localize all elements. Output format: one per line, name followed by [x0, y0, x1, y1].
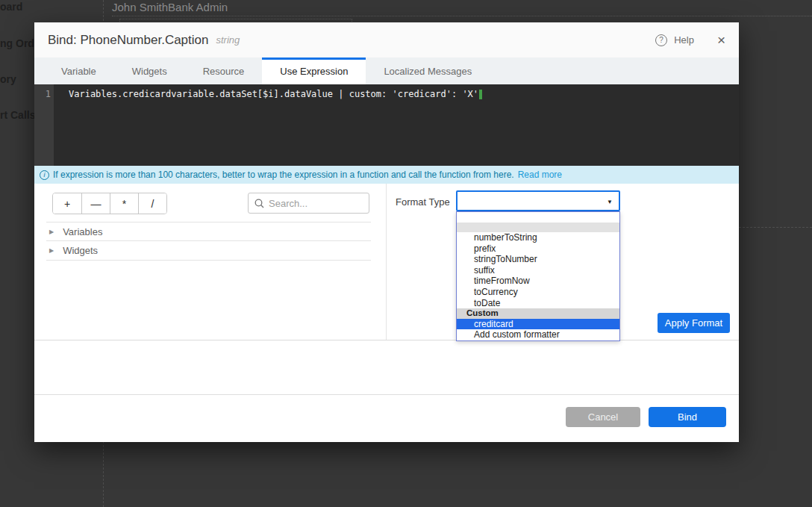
- dropdown-option-add-custom-formatter[interactable]: Add custom formatter: [457, 329, 619, 340]
- dropdown-option-toCurrency[interactable]: toCurrency: [457, 287, 619, 298]
- tree-node-variables[interactable]: ▶ Variables: [46, 222, 371, 241]
- info-banner: i If expression is more than 100 charact…: [34, 166, 739, 184]
- expression-editor[interactable]: 1 Variables.credicardvariable.dataSet[$i…: [34, 84, 739, 166]
- editor-line-number: 1: [34, 89, 51, 99]
- dialog-tabs: Variable Widgets Resource Use Expression…: [34, 57, 739, 84]
- tab-variable[interactable]: Variable: [43, 57, 114, 84]
- footer-divider: [34, 394, 739, 395]
- editor-cursor: [479, 90, 482, 99]
- help-icon[interactable]: ?: [655, 34, 667, 46]
- tree-node-label: Variables: [63, 226, 102, 237]
- minus-operator-button[interactable]: —: [81, 193, 110, 214]
- dropdown-option-creditcard[interactable]: creditcard: [457, 319, 619, 330]
- tree-node-label: Widgets: [63, 245, 98, 256]
- tab-localized-messages[interactable]: Localized Messages: [366, 57, 490, 84]
- plus-operator-button[interactable]: +: [53, 193, 81, 214]
- read-more-link[interactable]: Read more: [518, 169, 562, 180]
- apply-format-button[interactable]: Apply Format: [658, 313, 730, 333]
- tree-node-widgets[interactable]: ▶ Widgets: [46, 241, 371, 261]
- sidebar-item-fragment: rt Calls: [0, 109, 35, 121]
- editor-code-text: Variables.credicardvariable.dataSet[$i].…: [69, 89, 478, 99]
- dropdown-option-prefix[interactable]: prefix: [457, 243, 619, 255]
- dialog-type-label: string: [216, 34, 240, 46]
- background-dotted-line: [112, 16, 812, 16]
- info-banner-text: If expression is more than 100 character…: [53, 169, 514, 180]
- background-dashed-line-right: [739, 227, 812, 228]
- search-box[interactable]: [248, 193, 369, 214]
- search-icon: [254, 199, 264, 208]
- help-button[interactable]: Help: [674, 34, 694, 46]
- close-icon[interactable]: ×: [717, 33, 725, 47]
- format-type-dropdown: numberToString prefix stringToNumber suf…: [456, 211, 620, 341]
- sidebar-item-fragment: oard: [0, 1, 22, 13]
- bind-button[interactable]: Bind: [649, 407, 726, 427]
- dialog-header: Bind: PhoneNumber.Caption string ? Help …: [34, 22, 739, 57]
- sidebar-item-fragment: ory: [0, 73, 16, 85]
- chevron-right-icon[interactable]: ▶: [49, 247, 54, 254]
- multiply-operator-button[interactable]: *: [110, 193, 138, 214]
- cancel-button[interactable]: Cancel: [566, 407, 640, 427]
- operator-toolbar: + — * /: [52, 193, 167, 214]
- dropdown-group-custom: Custom: [457, 308, 619, 319]
- tab-use-expression[interactable]: Use Expression: [262, 57, 366, 84]
- chevron-right-icon[interactable]: ▶: [49, 228, 54, 235]
- expression-tree: ▶ Variables ▶ Widgets: [46, 222, 371, 261]
- dropdown-empty-option[interactable]: [457, 212, 619, 223]
- dropdown-option-stringToNumber[interactable]: stringToNumber: [457, 254, 619, 265]
- dropdown-option-toDate[interactable]: toDate: [457, 298, 619, 309]
- bind-dialog: Bind: PhoneNumber.Caption string ? Help …: [34, 22, 739, 442]
- dialog-title: Bind: PhoneNumber.Caption: [48, 33, 208, 48]
- tab-resource[interactable]: Resource: [185, 57, 263, 84]
- tab-widgets[interactable]: Widgets: [114, 57, 185, 84]
- search-input[interactable]: [269, 198, 351, 209]
- dropdown-option-numberToString[interactable]: numberToString: [457, 232, 619, 243]
- panel-divider: [386, 184, 387, 340]
- background-user-label: John SmithBank Admin: [112, 1, 228, 13]
- format-type-select[interactable]: ▼: [456, 190, 620, 211]
- info-icon: i: [40, 170, 49, 180]
- dropdown-option-suffix[interactable]: suffix: [457, 265, 619, 276]
- caret-down-icon: ▼: [607, 199, 613, 205]
- format-type-label: Format Type: [396, 196, 450, 208]
- divide-operator-button[interactable]: /: [138, 193, 166, 214]
- section-divider: [34, 340, 739, 340]
- dropdown-option-timeFromNow[interactable]: timeFromNow: [457, 276, 619, 287]
- dropdown-hovered-empty-option[interactable]: [457, 223, 619, 232]
- editor-code-line[interactable]: Variables.credicardvariable.dataSet[$i].…: [69, 89, 482, 99]
